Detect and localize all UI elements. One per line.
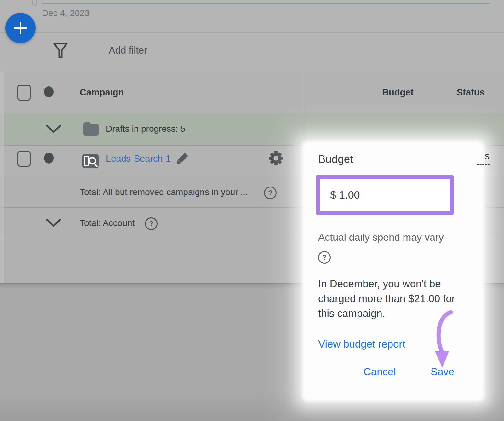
account-expand-chevron[interactable]	[46, 219, 61, 229]
campaign-settings-button[interactable]	[268, 150, 284, 167]
budget-amount-input[interactable]: $ 1.00	[316, 175, 454, 215]
annotation-arrow-to-save	[427, 301, 458, 372]
header-divider	[0, 32, 504, 33]
add-campaign-fab[interactable]	[5, 13, 36, 43]
campaign-name-link[interactable]: Leads-Search-1	[106, 153, 171, 164]
help-icon-total-campaigns[interactable]: ?	[264, 187, 277, 199]
total-campaigns-label: Total: All but removed campaigns in your…	[80, 187, 248, 197]
drafts-row[interactable]	[0, 113, 504, 146]
folder-icon	[83, 122, 99, 137]
help-icon-daily-spend[interactable]: ?	[318, 251, 331, 264]
chevron-down-icon	[46, 219, 61, 228]
date-label: Dec 4, 2023	[42, 8, 89, 18]
axis-label-fragment: U	[32, 0, 38, 8]
add-filter-label[interactable]: Add filter	[109, 45, 147, 56]
campaign-status-dot	[44, 153, 54, 164]
help-icon-total-account[interactable]: ?	[145, 217, 158, 230]
cancel-button[interactable]: Cancel	[364, 366, 396, 378]
timeline-chart-line	[42, 3, 490, 4]
chevron-down-icon	[46, 125, 61, 134]
table-left-edge	[0, 72, 4, 283]
popup-budget-title: Budget	[318, 153, 353, 165]
drafts-expand-chevron[interactable]	[46, 125, 61, 135]
pencil-icon	[174, 151, 190, 167]
column-header-budget[interactable]: Budget	[365, 87, 414, 98]
plus-icon	[14, 21, 27, 35]
select-all-checkbox[interactable]	[17, 85, 31, 101]
add-filter-button[interactable]	[53, 42, 68, 60]
search-campaign-type-icon	[82, 154, 99, 170]
view-budget-report-link[interactable]: View budget report	[318, 338, 405, 350]
total-account-label: Total: Account	[80, 218, 135, 228]
status-text-fragment: s	[477, 151, 490, 165]
daily-spend-note: Actual daily spend may vary	[318, 232, 444, 243]
drafts-row-label[interactable]: Drafts in progress: 5	[106, 124, 185, 134]
filter-funnel-icon	[53, 42, 68, 59]
budget-amount-value: $ 1.00	[320, 189, 360, 201]
gear-icon	[268, 150, 284, 166]
column-header-status[interactable]: Status	[457, 87, 485, 98]
edit-campaign-name-button[interactable]	[174, 151, 190, 168]
column-header-campaign[interactable]: Campaign	[80, 87, 124, 98]
campaign-row-checkbox[interactable]	[17, 151, 31, 167]
table-header-row	[0, 72, 504, 113]
status-dot-header	[44, 86, 54, 97]
